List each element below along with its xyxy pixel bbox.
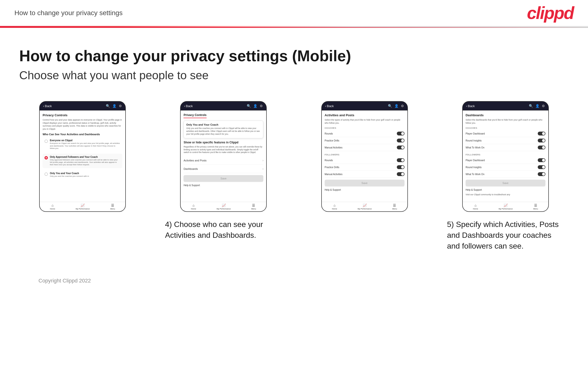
nav-home-4[interactable]: ⌂ Home <box>473 203 478 210</box>
practice-followers-label: Practice Drills <box>325 166 339 169</box>
back-button-3[interactable]: ‹ Back <box>325 104 334 108</box>
menu-dashboards[interactable]: Dashboards › <box>183 165 263 173</box>
person-icon-3[interactable]: 👤 <box>394 104 398 108</box>
what-to-work-coaches-label: What To Work On <box>466 146 484 149</box>
radio-approved[interactable]: Only Approved Followers and Your Coach O… <box>43 154 122 168</box>
radio-everyone-circle <box>44 140 48 143</box>
nav-performance-3[interactable]: 📈 My Performance <box>358 203 372 210</box>
caption-4: 5) Specify which Activities, Posts and D… <box>442 219 569 251</box>
round-insights-followers-toggle[interactable] <box>538 165 545 169</box>
privacy-tab: Privacy Controls <box>183 113 206 118</box>
coaches-label-4: COACHES <box>466 127 545 129</box>
show-hide-text: Regardless of the privacy controls that … <box>183 146 263 154</box>
search-icon-3[interactable]: 🔍 <box>388 104 392 108</box>
chevron-activities: › <box>262 159 263 162</box>
search-icon[interactable]: 🔍 <box>106 104 110 108</box>
back-button-2[interactable]: ‹ Back <box>184 104 193 108</box>
menu-icon-3: ☰ <box>393 203 396 207</box>
phone-body-3: Activities and Posts Select the types of… <box>322 110 407 202</box>
nav-menu-3[interactable]: ☰ Menu <box>392 203 397 210</box>
practice-coaches-toggle[interactable] <box>397 139 405 142</box>
toggle-player-dash-followers[interactable]: Player Dashboard <box>466 157 545 164</box>
save-button-4[interactable]: Save <box>466 180 545 186</box>
nav-home-1[interactable]: ⌂ Home <box>50 203 55 210</box>
phone-body-2: Privacy Controls Only You and Your Coach… <box>181 110 266 202</box>
manual-coaches-toggle[interactable] <box>397 146 405 149</box>
toggle-practice-coaches[interactable]: Practice Drills <box>325 137 405 144</box>
toggle-player-dash-coaches[interactable]: Player Dashboard <box>466 130 545 137</box>
what-to-work-coaches-toggle[interactable] <box>538 146 545 149</box>
person-icon-2[interactable]: 👤 <box>253 104 257 108</box>
nav-menu-1[interactable]: ☰ Menu <box>110 203 115 210</box>
main-content: How to change your privacy settings (Mob… <box>0 28 588 306</box>
nav-performance-1[interactable]: 📈 My Performance <box>76 203 90 210</box>
manual-followers-toggle[interactable] <box>397 172 405 176</box>
save-button-3[interactable]: Save <box>325 180 405 186</box>
save-button-2[interactable]: Save <box>183 175 263 182</box>
dashboards-desc: Select the dashboards that you'd like to… <box>466 118 545 125</box>
header-icons-1: 🔍 👤 ⚙ <box>106 104 122 108</box>
player-dash-coaches-toggle[interactable] <box>538 132 545 135</box>
toggle-manual-followers[interactable]: Manual Activities <box>325 171 405 178</box>
nav-menu-4[interactable]: ☰ Menu <box>533 203 538 210</box>
toggle-what-to-work-followers[interactable]: What To Work On <box>466 171 545 178</box>
settings-icon-3[interactable]: ⚙ <box>401 104 404 108</box>
toggle-round-insights-coaches[interactable]: Round Insights <box>466 137 545 144</box>
coaches-label-3: COACHES <box>325 127 405 129</box>
toggle-round-insights-followers[interactable]: Round Insights <box>466 164 545 171</box>
toggle-practice-followers[interactable]: Practice Drills <box>325 164 405 171</box>
radio-everyone-label: Everyone on Clippd <box>50 139 121 142</box>
toggle-what-to-work-coaches[interactable]: What To Work On <box>466 144 545 151</box>
nav-home-2[interactable]: ⌂ Home <box>191 203 196 210</box>
settings-icon-4[interactable]: ⚙ <box>542 104 545 108</box>
practice-followers-toggle[interactable] <box>397 165 405 169</box>
home-icon: ⌂ <box>52 203 53 207</box>
phone-mockup-1: ‹ Back 🔍 👤 ⚙ Privacy Controls Control ho… <box>39 101 126 212</box>
back-chevron-icon-3: ‹ <box>325 104 326 108</box>
home-icon-2: ⌂ <box>192 203 194 207</box>
settings-icon[interactable]: ⚙ <box>119 104 122 108</box>
person-icon-4[interactable]: 👤 <box>535 104 539 108</box>
rounds-followers-label: Rounds <box>325 159 333 162</box>
radio-only-you[interactable]: Only You and Your Coach Only you and the… <box>43 170 122 179</box>
manual-followers-label: Manual Activities <box>325 173 342 175</box>
round-insights-coaches-toggle[interactable] <box>538 139 545 142</box>
back-button-4[interactable]: ‹ Back <box>466 104 475 108</box>
nav-performance-2[interactable]: 📈 My Performance <box>217 203 231 210</box>
menu-icon-4: ☰ <box>534 203 537 207</box>
search-icon-2[interactable]: 🔍 <box>247 104 251 108</box>
menu-icon-2: ☰ <box>252 203 255 207</box>
screenshot-group-4: ‹ Back 🔍 👤 ⚙ Dashboards Select the dashb… <box>442 101 569 251</box>
nav-menu-2[interactable]: ☰ Menu <box>251 203 256 210</box>
what-to-work-followers-toggle[interactable] <box>538 172 545 176</box>
what-to-work-followers-label: What To Work On <box>466 173 484 175</box>
popup-text: Only you and the coaches you connect wit… <box>186 127 261 136</box>
rounds-coaches-toggle[interactable] <box>397 132 405 135</box>
back-button-1[interactable]: ‹ Back <box>43 104 52 108</box>
person-icon[interactable]: 👤 <box>112 104 116 108</box>
radio-everyone-desc: Everyone on Clippd can search for you an… <box>50 142 121 150</box>
followers-label-3: FOLLOWERS <box>325 153 405 156</box>
phone-footer-2: ⌂ Home 📈 My Performance ☰ Menu <box>181 202 266 211</box>
dashboards-label: Dashboards <box>183 167 198 170</box>
toggle-rounds-followers[interactable]: Rounds <box>325 157 405 164</box>
toggle-manual-coaches[interactable]: Manual Activities <box>325 144 405 151</box>
round-insights-followers-label: Round Insights <box>466 166 482 169</box>
phone-header-2: ‹ Back 🔍 👤 ⚙ <box>181 102 266 110</box>
nav-home-3[interactable]: ⌂ Home <box>332 203 337 210</box>
radio-only-you-circle <box>44 172 48 176</box>
settings-icon-2[interactable]: ⚙ <box>260 104 263 108</box>
player-dash-followers-toggle[interactable] <box>538 158 545 162</box>
phone-body-1: Privacy Controls Control how you and you… <box>40 110 125 202</box>
toggle-rounds-coaches[interactable]: Rounds <box>325 130 405 137</box>
caption-2: 4) Choose who can see your Activities an… <box>160 219 287 241</box>
header-icons-2: 🔍 👤 ⚙ <box>247 104 263 108</box>
phone-header-1: ‹ Back 🔍 👤 ⚙ <box>40 102 125 110</box>
search-icon-4[interactable]: 🔍 <box>529 104 533 108</box>
radio-everyone[interactable]: Everyone on Clippd Everyone on Clippd ca… <box>43 137 122 151</box>
rounds-followers-toggle[interactable] <box>397 158 405 162</box>
menu-activities[interactable]: Activities and Posts › <box>183 156 263 165</box>
phone-mockup-3: ‹ Back 🔍 👤 ⚙ Activities and Posts Select… <box>321 101 408 212</box>
nav-performance-4[interactable]: 📈 My Performance <box>499 203 513 210</box>
radio-approved-circle <box>44 156 48 159</box>
